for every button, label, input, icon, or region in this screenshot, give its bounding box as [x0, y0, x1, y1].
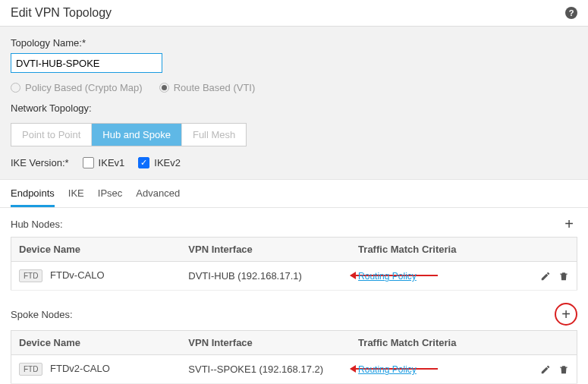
radio-icon	[159, 83, 169, 93]
ikev2-label: IKEv2	[154, 157, 181, 168]
cell-vpn-interface: SVTI--SPOKE1 (192.168.17.2)	[181, 355, 351, 384]
delete-icon[interactable]	[558, 364, 569, 375]
vpn-type-radio-group: Policy Based (Crypto Map) Route Based (V…	[11, 82, 577, 93]
hub-section-header: Hub Nodes: +	[11, 216, 577, 232]
network-topology-label: Network Topology:	[11, 102, 577, 114]
network-topology-group: Point to Point Hub and Spoke Full Mesh	[11, 123, 247, 146]
device-name-text: FTDv2-CALO	[50, 363, 110, 374]
spoke-nodes-section: Spoke Nodes: + Device Name VPN Interface…	[0, 295, 588, 384]
checkbox-icon	[83, 157, 94, 168]
add-hub-node-button[interactable]: +	[561, 216, 577, 232]
cell-traffic-match: Routing Policy	[351, 355, 520, 384]
routing-policy-link[interactable]: Routing Policy	[358, 271, 417, 282]
spoke-section-header: Spoke Nodes: +	[11, 303, 577, 326]
ikev1-label: IKEv1	[99, 157, 125, 168]
tab-advanced[interactable]: Advanced	[136, 180, 180, 207]
table-row: FTD FTDv-CALO DVTI-HUB (192.168.17.1) Ro…	[11, 262, 577, 291]
checkbox-icon	[138, 157, 149, 168]
cell-device-name: FTD FTDv-CALO	[11, 262, 181, 291]
ike-version-label: IKE Version:*	[11, 157, 69, 168]
col-device-name: Device Name	[11, 331, 181, 355]
tab-endpoints[interactable]: Endpoints	[11, 180, 55, 207]
cell-actions	[520, 262, 577, 291]
tab-bar: Endpoints IKE IPsec Advanced	[0, 180, 588, 208]
edit-vpn-topology-dialog: Edit VPN Topology ? Topology Name:* Poli…	[0, 0, 588, 384]
dialog-title: Edit VPN Topology	[11, 6, 112, 20]
delete-icon[interactable]	[558, 271, 569, 282]
device-name-text: FTDv-CALO	[50, 269, 105, 281]
edit-icon[interactable]	[540, 271, 551, 282]
topo-mesh-button[interactable]: Full Mesh	[182, 124, 246, 146]
route-based-label: Route Based (VTI)	[174, 82, 256, 93]
hub-nodes-title: Hub Nodes:	[11, 219, 63, 230]
help-icon[interactable]: ?	[565, 7, 577, 19]
ftd-badge: FTD	[19, 363, 42, 376]
dialog-header: Edit VPN Topology ?	[0, 0, 588, 27]
table-header-row: Device Name VPN Interface Traffic Match …	[11, 238, 577, 262]
table-row: FTD FTDv2-CALO SVTI--SPOKE1 (192.168.17.…	[11, 355, 577, 384]
ftd-badge: FTD	[19, 269, 42, 282]
hub-nodes-table: Device Name VPN Interface Traffic Match …	[11, 237, 577, 291]
spoke-nodes-title: Spoke Nodes:	[11, 309, 73, 320]
topo-p2p-button[interactable]: Point to Point	[11, 124, 92, 146]
col-actions	[520, 238, 577, 262]
spoke-nodes-table: Device Name VPN Interface Traffic Match …	[11, 330, 577, 384]
col-vpn-interface: VPN Interface	[181, 331, 351, 355]
table-header-row: Device Name VPN Interface Traffic Match …	[11, 331, 577, 355]
topology-name-label: Topology Name:*	[11, 37, 577, 49]
tab-ipsec[interactable]: IPsec	[98, 180, 123, 207]
col-actions	[520, 331, 577, 355]
cell-device-name: FTD FTDv2-CALO	[11, 355, 181, 384]
topology-name-input[interactable]	[11, 53, 162, 73]
policy-based-label: Policy Based (Crypto Map)	[25, 82, 143, 93]
form-area: Topology Name:* Policy Based (Crypto Map…	[0, 27, 588, 180]
ikev1-checkbox[interactable]: IKEv1	[83, 157, 125, 168]
cell-actions	[520, 355, 577, 384]
edit-icon[interactable]	[540, 364, 551, 375]
annotation-circle: +	[555, 303, 577, 326]
routing-policy-link[interactable]: Routing Policy	[358, 364, 417, 375]
route-based-radio[interactable]: Route Based (VTI)	[159, 82, 256, 93]
col-traffic-match: Traffic Match Criteria	[351, 238, 520, 262]
policy-based-radio[interactable]: Policy Based (Crypto Map)	[11, 82, 143, 93]
col-vpn-interface: VPN Interface	[181, 238, 351, 262]
cell-traffic-match: Routing Policy	[351, 262, 520, 291]
topo-hub-button[interactable]: Hub and Spoke	[92, 124, 182, 146]
col-device-name: Device Name	[11, 238, 181, 262]
add-spoke-node-button[interactable]: +	[558, 306, 574, 323]
tab-ike[interactable]: IKE	[68, 180, 84, 207]
ikev2-checkbox[interactable]: IKEv2	[138, 157, 181, 168]
cell-vpn-interface: DVTI-HUB (192.168.17.1)	[181, 262, 351, 291]
col-traffic-match: Traffic Match Criteria	[351, 331, 520, 355]
radio-icon	[11, 83, 20, 93]
hub-nodes-section: Hub Nodes: + Device Name VPN Interface T…	[0, 208, 588, 295]
ike-version-row: IKE Version:* IKEv1 IKEv2	[11, 157, 577, 168]
